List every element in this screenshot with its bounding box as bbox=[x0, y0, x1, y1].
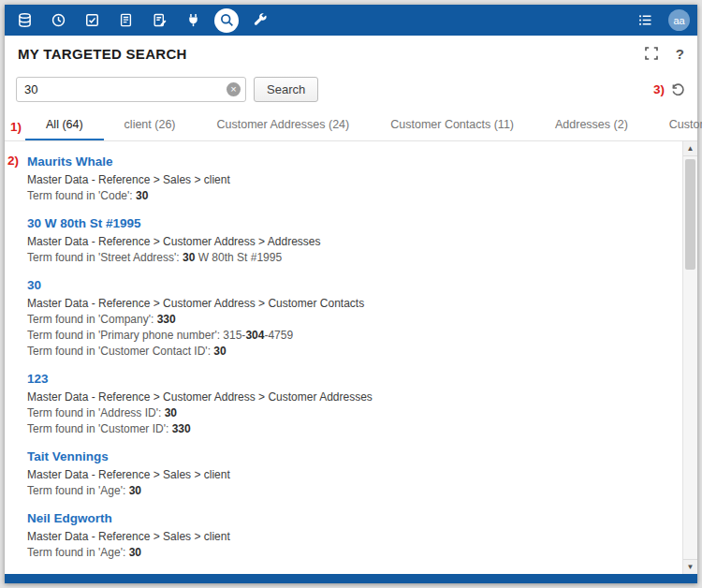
result-title-link[interactable]: Tait Vennings bbox=[27, 449, 109, 463]
report-icon[interactable] bbox=[113, 8, 138, 33]
result-title-link[interactable]: Sianna Alston bbox=[27, 573, 111, 574]
help-icon[interactable]: ? bbox=[676, 46, 684, 62]
annotation-3: 3) bbox=[653, 82, 665, 96]
result-breadcrumb: Master Data - Reference > Customer Addre… bbox=[27, 297, 669, 310]
tabs-row: 1) All (64)client (26)Customer Addresses… bbox=[5, 111, 697, 141]
result-match-line: Term found in 'Customer ID': 330 bbox=[27, 422, 669, 435]
search-input[interactable] bbox=[16, 77, 246, 102]
scrollbar-thumb[interactable] bbox=[685, 159, 695, 270]
top-menu-icons bbox=[12, 8, 272, 33]
result-title-link[interactable]: 30 W 80th St #1995 bbox=[27, 216, 141, 230]
result-title-link[interactable]: Neil Edgworth bbox=[27, 511, 112, 525]
database-icon[interactable] bbox=[12, 8, 37, 33]
result-item: Maurits WhaleMaster Data - Reference > S… bbox=[27, 153, 669, 202]
result-item: Neil EdgworthMaster Data - Reference > S… bbox=[27, 509, 669, 559]
result-match-line: Term found in 'Age': 30 bbox=[27, 546, 669, 559]
result-breadcrumb: Master Data - Reference > Sales > client bbox=[27, 530, 669, 543]
user-avatar[interactable]: aa bbox=[668, 9, 690, 31]
list-icon[interactable] bbox=[633, 8, 657, 33]
scrollbar[interactable]: ▲ ▼ bbox=[682, 141, 697, 574]
tab-customers-1[interactable]: Customers (1) bbox=[649, 111, 702, 140]
results-list: Maurits WhaleMaster Data - Reference > S… bbox=[27, 153, 669, 574]
fullscreen-icon[interactable] bbox=[644, 46, 659, 61]
tabs: All (64)client (26)Customer Addresses (2… bbox=[25, 111, 702, 140]
search-box: × bbox=[16, 77, 246, 102]
search-button[interactable]: Search bbox=[254, 77, 318, 102]
result-breadcrumb: Master Data - Reference > Sales > client bbox=[27, 173, 669, 186]
result-item: Sianna AlstonMaster Data - Reference > S… bbox=[27, 571, 669, 574]
result-match-line: Term found in 'Street Address': 30 W 80t… bbox=[27, 251, 669, 264]
plug-icon[interactable] bbox=[181, 8, 205, 33]
result-match-line: Term found in 'Company': 330 bbox=[27, 313, 669, 326]
clock-icon[interactable] bbox=[46, 8, 70, 33]
tab-all-64[interactable]: All (64) bbox=[25, 111, 104, 140]
scrollbar-up-arrow[interactable]: ▲ bbox=[683, 141, 697, 156]
search-row: × Search 3) bbox=[5, 71, 697, 111]
footer-bar bbox=[5, 574, 697, 583]
result-title-link[interactable]: Maurits Whale bbox=[27, 154, 113, 169]
result-breadcrumb: Master Data - Reference > Sales > client bbox=[27, 468, 669, 481]
clear-icon[interactable]: × bbox=[227, 82, 241, 96]
annotation-2: 2) bbox=[7, 154, 19, 168]
result-item: 30Master Data - Reference > Customer Add… bbox=[27, 276, 669, 358]
result-match-line: Term found in 'Age': 30 bbox=[27, 484, 669, 497]
result-breadcrumb: Master Data - Reference > Customer Addre… bbox=[27, 235, 669, 248]
top-menu-right: aa bbox=[633, 8, 690, 33]
search-icon[interactable] bbox=[214, 8, 239, 33]
result-item: 123Master Data - Reference > Customer Ad… bbox=[27, 370, 669, 435]
wrench-icon[interactable] bbox=[248, 8, 272, 33]
result-item: 30 W 80th St #1995Master Data - Referenc… bbox=[27, 214, 669, 264]
tab-addresses-2[interactable]: Addresses (2) bbox=[534, 111, 649, 140]
tab-customer-contacts-11[interactable]: Customer Contacts (11) bbox=[370, 111, 534, 140]
result-breadcrumb: Master Data - Reference > Customer Addre… bbox=[27, 390, 669, 404]
result-match-line: Term found in 'Primary phone number': 31… bbox=[27, 329, 669, 342]
page-title: MY TARGETED SEARCH bbox=[18, 46, 187, 62]
page-header: MY TARGETED SEARCH ? bbox=[5, 36, 697, 71]
result-match-line: Term found in 'Code': 30 bbox=[27, 189, 669, 202]
results-area: 2) Maurits WhaleMaster Data - Reference … bbox=[5, 141, 697, 574]
result-title-link[interactable]: 30 bbox=[27, 278, 41, 292]
application-window: aa MY TARGETED SEARCH ? × Search 3) 1) A… bbox=[5, 5, 697, 583]
result-match-line: Term found in 'Customer Contact ID': 30 bbox=[27, 345, 669, 358]
annotation-1: 1) bbox=[10, 120, 22, 134]
report-edit-icon[interactable] bbox=[147, 8, 171, 33]
scrollbar-down-arrow[interactable]: ▼ bbox=[683, 559, 697, 574]
checkbox-icon[interactable] bbox=[80, 8, 104, 33]
result-title-link[interactable]: 123 bbox=[27, 372, 49, 386]
tab-customer-addresses-24[interactable]: Customer Addresses (24) bbox=[197, 111, 371, 140]
top-menu-bar: aa bbox=[5, 5, 697, 36]
history-icon[interactable] bbox=[670, 81, 686, 97]
tab-client-26[interactable]: client (26) bbox=[104, 111, 197, 140]
result-item: Tait VenningsMaster Data - Reference > S… bbox=[27, 448, 669, 497]
result-match-line: Term found in 'Address ID': 30 bbox=[27, 406, 669, 419]
